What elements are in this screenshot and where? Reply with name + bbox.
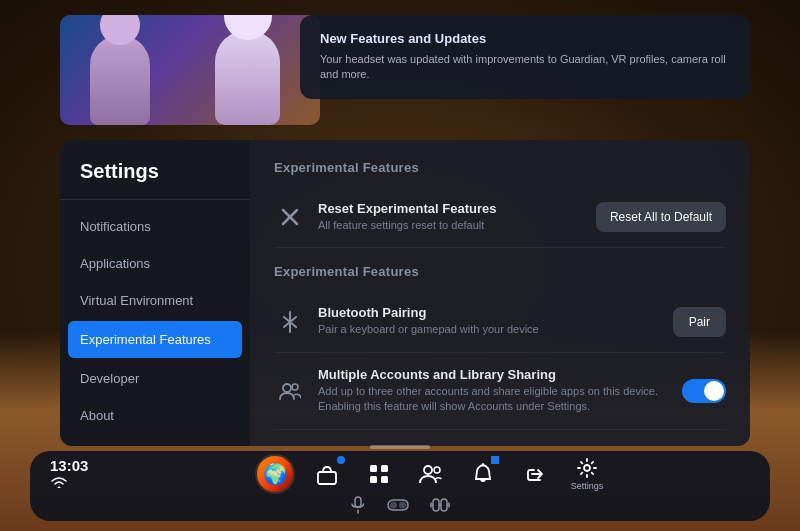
section-divider: Experimental Features — [274, 264, 726, 279]
sidebar-item-about[interactable]: About — [60, 397, 250, 434]
accounts-toggle[interactable] — [682, 379, 726, 403]
taskbar-sub-row — [45, 496, 755, 521]
sidebar: Settings Notifications Applications Virt… — [60, 140, 250, 446]
svg-rect-6 — [370, 465, 377, 472]
svg-rect-9 — [381, 476, 388, 483]
taskbar-vr-icon[interactable] — [386, 498, 410, 515]
taskbar-settings-icon[interactable]: Settings — [565, 452, 609, 496]
svg-point-13 — [584, 465, 590, 471]
reset-feature-desc: All feature settings reset to default — [318, 218, 596, 233]
taskbar-time: 13:03 — [50, 457, 88, 474]
accounts-feature-name: Multiple Accounts and Library Sharing — [318, 367, 682, 382]
multi-accounts-row: Multiple Accounts and Library Sharing Ad… — [274, 353, 726, 430]
taskbar: 13:03 🌍 — [30, 451, 770, 521]
settings-panel: Settings Notifications Applications Virt… — [60, 140, 750, 446]
svg-point-11 — [434, 467, 440, 473]
accounts-feature-text: Multiple Accounts and Library Sharing Ad… — [318, 367, 682, 415]
svg-point-16 — [390, 501, 397, 508]
svg-point-3 — [283, 384, 291, 392]
reset-feature-name: Reset Experimental Features — [318, 201, 596, 216]
taskbar-audio-icon[interactable] — [430, 497, 450, 516]
taskbar-people-icon[interactable] — [409, 452, 453, 496]
vr-banner-image — [60, 15, 320, 125]
reset-icon — [274, 201, 306, 233]
svg-point-10 — [424, 466, 432, 474]
settings-label: Settings — [571, 481, 604, 491]
bluetooth-feature-text: Bluetooth Pairing Pair a keyboard or gam… — [318, 305, 673, 337]
sidebar-item-experimental-features[interactable]: Experimental Features — [68, 321, 242, 358]
settings-title: Settings — [60, 160, 250, 200]
taskbar-mic-icon[interactable] — [350, 496, 366, 517]
taskbar-apps-icon[interactable] — [357, 452, 401, 496]
svg-rect-7 — [381, 465, 388, 472]
notification-panel: New Features and Updates Your headset wa… — [300, 15, 750, 99]
taskbar-share-icon[interactable] — [513, 452, 557, 496]
sidebar-item-developer[interactable]: Developer — [60, 360, 250, 397]
notification-title: New Features and Updates — [320, 31, 730, 46]
bell-badge — [491, 456, 499, 464]
taskbar-inner: 13:03 🌍 — [45, 452, 755, 521]
pair-button[interactable]: Pair — [673, 307, 726, 337]
sidebar-item-notifications[interactable]: Notifications — [60, 208, 250, 245]
taskbar-wifi-icon — [50, 476, 68, 491]
section1-title: Experimental Features — [274, 160, 726, 175]
svg-rect-5 — [318, 472, 336, 484]
reset-feature-text: Reset Experimental Features All feature … — [318, 201, 596, 233]
scroll-indicator — [370, 445, 430, 449]
sidebar-item-applications[interactable]: Applications — [60, 245, 250, 282]
reset-all-button[interactable]: Reset All to Default — [596, 202, 726, 232]
taskbar-left: 13:03 — [50, 457, 100, 491]
content-area: Experimental Features Reset Experimental… — [250, 140, 750, 446]
taskbar-main-row: 13:03 🌍 — [45, 452, 755, 496]
svg-point-17 — [399, 501, 406, 508]
taskbar-store-icon[interactable] — [305, 452, 349, 496]
accounts-icon — [274, 375, 306, 407]
svg-point-4 — [292, 384, 298, 390]
section2-title: Experimental Features — [274, 264, 726, 279]
taskbar-bell-icon[interactable] — [461, 452, 505, 496]
reset-features-row: Reset Experimental Features All feature … — [274, 187, 726, 248]
sidebar-item-virtual-environment[interactable]: Virtual Environment — [60, 282, 250, 319]
notification-description: Your headset was updated with improvemen… — [320, 52, 730, 83]
avatar: 🌍 — [255, 454, 295, 494]
taskbar-center-icons: 🌍 — [112, 452, 750, 496]
accounts-feature-desc: Add up to three other accounts and share… — [318, 384, 682, 415]
svg-rect-8 — [370, 476, 377, 483]
svg-rect-14 — [355, 497, 361, 507]
taskbar-avatar-icon[interactable]: 🌍 — [253, 452, 297, 496]
bluetooth-icon — [274, 306, 306, 338]
bluetooth-row: Bluetooth Pairing Pair a keyboard or gam… — [274, 291, 726, 352]
bluetooth-feature-desc: Pair a keyboard or gamepad with your dev… — [318, 322, 673, 337]
store-badge — [337, 456, 345, 464]
bluetooth-feature-name: Bluetooth Pairing — [318, 305, 673, 320]
